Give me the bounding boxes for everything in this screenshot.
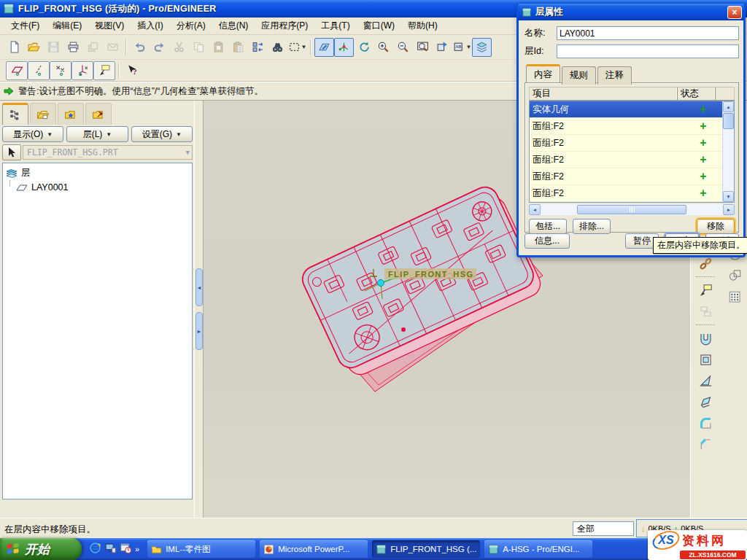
save-button[interactable]	[44, 38, 63, 57]
panel-splitter[interactable]: ◄ ►	[194, 101, 204, 518]
paste-button[interactable]	[209, 38, 228, 57]
zoom-out-button[interactable]	[393, 38, 413, 57]
include-button[interactable]: 包括...	[529, 219, 567, 234]
vertical-scroll-thumb[interactable]	[723, 113, 734, 129]
shell-button[interactable]	[695, 350, 716, 369]
model-combo[interactable]: FLIP_FRONT_HSG.PRT ▼	[23, 145, 193, 160]
point-display-button[interactable]	[50, 61, 71, 80]
email-button[interactable]	[103, 38, 123, 57]
paste-special-button[interactable]	[228, 38, 248, 57]
zoom-in-button[interactable]	[374, 38, 393, 57]
filter-combo[interactable]: 全部	[573, 521, 634, 536]
notes-button[interactable]	[695, 302, 716, 321]
nav-dropdown[interactable]: 层(L)▼	[66, 126, 128, 142]
menu-item[interactable]: 窗口(W)	[357, 18, 401, 34]
name-field[interactable]	[557, 26, 739, 40]
menu-item[interactable]: 分析(A)	[170, 18, 212, 34]
blend-button[interactable]	[695, 392, 716, 411]
menu-item[interactable]: 编辑(E)	[46, 18, 88, 34]
status-column-header: 状态	[677, 88, 715, 100]
extrude-button[interactable]	[695, 329, 716, 348]
open-folder-button[interactable]	[24, 38, 44, 57]
close-icon[interactable]: ×	[727, 6, 742, 19]
context-help-button[interactable]: ?	[123, 61, 142, 80]
cut-button[interactable]	[169, 38, 189, 57]
draft-button[interactable]	[695, 371, 716, 390]
exclude-button[interactable]: 排除...	[573, 219, 611, 234]
regenerate-button[interactable]	[248, 38, 268, 57]
spin-center-button[interactable]	[334, 38, 354, 57]
scroll-left-icon[interactable]: ◄	[529, 204, 541, 215]
scroll-down-icon[interactable]: ▼	[723, 191, 734, 202]
copy-button[interactable]	[189, 38, 209, 57]
plane-display-button[interactable]	[6, 61, 28, 80]
nav-tab-folder-browser[interactable]	[30, 103, 56, 125]
redraw-button[interactable]	[354, 38, 374, 57]
undo-button[interactable]	[130, 38, 150, 57]
menu-item[interactable]: 工具(T)	[314, 18, 356, 34]
tab-contents-active[interactable]: 内容	[526, 64, 560, 82]
menu-item[interactable]: 信息(N)	[212, 18, 255, 34]
start-button[interactable]: 开始	[0, 538, 82, 560]
info-button[interactable]: 信息...	[525, 233, 570, 249]
tab-inactive[interactable]: 注释	[597, 66, 632, 85]
saved-views-button[interactable]	[433, 38, 452, 57]
dialog-titlebar[interactable]: 层属性 ×	[518, 4, 744, 20]
table-row[interactable]: 面组:F2+	[530, 135, 722, 152]
select-arrow-button[interactable]	[2, 144, 21, 160]
table-row[interactable]: 面组:F2+	[530, 168, 722, 185]
ie-quicklaunch-button[interactable]	[89, 542, 101, 556]
print-button[interactable]	[63, 38, 83, 57]
table-row[interactable]: 实体几何+	[530, 101, 722, 118]
nav-tab-connections[interactable]	[85, 103, 112, 125]
note-button[interactable]	[695, 281, 716, 300]
table-row[interactable]: 面组:F2+	[530, 118, 722, 135]
taskbar-task[interactable]: A-HSG - Pro/ENGI...	[484, 540, 592, 558]
tree-item-layer[interactable]: LAY0001	[5, 180, 190, 194]
scheduler-quicklaunch-button[interactable]	[120, 542, 132, 556]
desktop-quicklaunch-button[interactable]	[104, 542, 117, 556]
horizontal-scroll-thumb[interactable]	[577, 205, 686, 214]
taskbar-task[interactable]: FLIP_FRONT_HSG (...	[372, 540, 480, 558]
menu-item[interactable]: 应用程序(P)	[255, 18, 314, 34]
pattern-button[interactable]	[724, 287, 745, 306]
table-row[interactable]: 面组:F2+	[530, 152, 722, 168]
menu-item[interactable]: 帮助(H)	[401, 18, 444, 34]
menu-item[interactable]: 视图(V)	[88, 18, 131, 34]
layer-id-field[interactable]	[557, 44, 739, 58]
scroll-up-icon[interactable]: ▲	[723, 101, 734, 112]
tab-inactive[interactable]: 规则	[562, 66, 596, 85]
csys-display-button[interactable]	[71, 61, 93, 80]
find-button[interactable]	[268, 38, 287, 57]
tree-root-layers[interactable]: 层	[5, 166, 190, 180]
taskbar-task[interactable]: IML--零件图	[147, 540, 255, 558]
menu-item[interactable]: 插入(I)	[131, 18, 169, 34]
round-button[interactable]	[695, 413, 716, 432]
redo-button[interactable]	[150, 38, 169, 57]
chamfer-button[interactable]	[695, 435, 716, 454]
nav-tab-favorites[interactable]	[58, 103, 84, 125]
annotation-display-button[interactable]	[93, 61, 115, 80]
new-file-button[interactable]	[4, 38, 24, 57]
remove-button[interactable]: 移除	[697, 219, 735, 234]
layers-button[interactable]	[472, 38, 492, 57]
select-box-button[interactable]: ▼	[287, 38, 307, 57]
nav-dropdown[interactable]: 显示(O)▼	[2, 126, 63, 142]
collapse-left-handle[interactable]: ◄	[196, 268, 203, 306]
quicklaunch-overflow-icon[interactable]: »	[135, 545, 139, 553]
expand-right-handle[interactable]: ►	[196, 312, 203, 350]
view-manager-button[interactable]: AB▼	[452, 38, 472, 57]
horizontal-scrollbar[interactable]: ◄ ►	[529, 204, 735, 215]
intersect-button[interactable]	[724, 265, 745, 284]
copy-model-button[interactable]	[83, 38, 103, 57]
menu-item[interactable]: 文件(F)	[4, 18, 46, 34]
nav-dropdown[interactable]: 设置(G)▼	[131, 126, 193, 142]
axis-display-button[interactable]	[28, 61, 50, 80]
display-style-button[interactable]	[314, 38, 334, 57]
refit-button[interactable]	[413, 38, 433, 57]
table-row[interactable]: 面组:F2+	[530, 185, 722, 202]
nav-tab-model-tree[interactable]	[2, 103, 28, 125]
taskbar-task[interactable]: Microsoft PowerP...	[260, 540, 368, 558]
scroll-right-icon[interactable]: ►	[723, 204, 735, 215]
vertical-scrollbar[interactable]: ▲ ▼	[722, 101, 734, 202]
